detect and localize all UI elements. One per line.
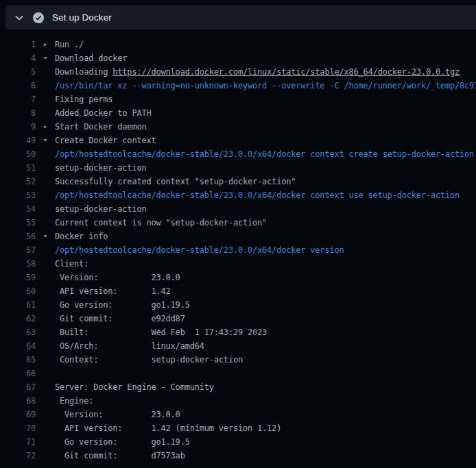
log-line: 51setup-docker-action <box>0 161 476 175</box>
line-number[interactable]: 68 <box>0 394 36 408</box>
log-text: Download docker <box>55 51 127 65</box>
line-number[interactable]: 1 <box>0 38 36 51</box>
line-number[interactable]: 64 <box>0 339 36 353</box>
log-text: Version: 23.0.0 <box>55 408 180 421</box>
line-number[interactable]: 9 <box>0 120 36 134</box>
log-text: API version: 1.42 <box>55 284 171 298</box>
log-line: 64 OS/Arch: linux/amd64 <box>0 339 476 353</box>
arrow-spacer <box>36 65 55 79</box>
chevron-down-icon[interactable]: ▼ <box>36 134 55 147</box>
line-number[interactable]: 72 <box>0 449 36 463</box>
chevron-down-icon[interactable]: ▼ <box>36 51 55 65</box>
line-number[interactable]: 6 <box>0 79 36 93</box>
arrow-spacer <box>36 147 55 161</box>
arrow-spacer <box>36 188 55 202</box>
chevron-down-icon[interactable]: ▼ <box>36 230 55 243</box>
line-number[interactable]: 69 <box>0 408 36 421</box>
log-line: 67Server: Docker Engine - Community <box>0 380 476 394</box>
log-line[interactable]: 49▼Create Docker context <box>0 134 476 147</box>
log-text: Start Docker daemon <box>55 120 146 134</box>
line-number[interactable]: 63 <box>0 325 36 339</box>
line-number[interactable]: 58 <box>0 257 36 271</box>
log-line: 69 Version: 23.0.0 <box>0 408 476 421</box>
log-line: 57/opt/hostedtoolcache/docker-stable/23.… <box>0 243 476 257</box>
log-text: Downloading <box>55 65 112 79</box>
log-text: /opt/hostedtoolcache/docker-stable/23.0.… <box>55 243 344 257</box>
log-line: 52Successfully created context "setup-do… <box>0 175 476 188</box>
line-number[interactable]: 53 <box>0 188 36 202</box>
log-line: 63 Built: Wed Feb 1 17:43:29 2023 <box>0 325 476 339</box>
line-number[interactable]: 55 <box>0 216 36 230</box>
line-number[interactable]: 52 <box>0 175 36 188</box>
line-number[interactable]: 56 <box>0 230 36 243</box>
line-number[interactable]: 62 <box>0 312 36 325</box>
log-link[interactable]: https://download.docker.com/linux/static… <box>112 65 460 79</box>
line-number[interactable]: 70 <box>0 421 36 435</box>
check-circle-icon <box>33 12 44 23</box>
arrow-spacer <box>36 367 55 380</box>
line-number[interactable]: 65 <box>0 353 36 367</box>
line-number[interactable]: 57 <box>0 243 36 257</box>
step-title: Set up Docker <box>52 12 112 23</box>
log-line: 65 Context: setup-docker-action <box>0 353 476 367</box>
arrow-spacer <box>36 161 55 175</box>
line-number[interactable]: 4 <box>0 51 36 65</box>
chevron-down-icon[interactable] <box>14 12 25 23</box>
log-line[interactable]: 1▶Run ./ <box>0 38 476 51</box>
log-line: 55Current context is now "setup-docker-a… <box>0 216 476 230</box>
arrow-spacer <box>36 312 55 325</box>
line-number[interactable]: 50 <box>0 147 36 161</box>
log-line: 53/opt/hostedtoolcache/docker-stable/23.… <box>0 188 476 202</box>
log-line[interactable]: 56▼Docker info <box>0 230 476 243</box>
arrow-spacer <box>36 271 55 284</box>
line-number[interactable]: 61 <box>0 298 36 312</box>
log-line: 71 Go version: go1.19.5 <box>0 435 476 449</box>
line-number[interactable]: 71 <box>0 435 36 449</box>
log-text: Git commit: e92dd87 <box>55 312 185 325</box>
log-line: 59 Version: 23.0.0 <box>0 271 476 284</box>
arrow-spacer <box>36 257 55 271</box>
log-text: Server: Docker Engine - Community <box>55 380 214 394</box>
line-number[interactable]: 51 <box>0 161 36 175</box>
log-text: Context: setup-docker-action <box>55 353 243 367</box>
arrow-spacer <box>36 339 55 353</box>
line-number[interactable]: 67 <box>0 380 36 394</box>
log-line: 50/opt/hostedtoolcache/docker-stable/23.… <box>0 147 476 161</box>
log-line: 70 API version: 1.42 (minimum version 1.… <box>0 421 476 435</box>
line-number[interactable]: 59 <box>0 271 36 284</box>
log-text: Docker info <box>55 230 108 243</box>
log-text: Current context is now "setup-docker-act… <box>55 216 267 230</box>
log-text: Fixing perms <box>55 93 112 106</box>
line-number[interactable]: 7 <box>0 93 36 106</box>
line-number[interactable]: 49 <box>0 134 36 147</box>
chevron-right-icon[interactable]: ▶ <box>36 120 55 134</box>
step-header[interactable]: Set up Docker <box>5 5 476 29</box>
chevron-right-icon[interactable]: ▶ <box>36 38 55 51</box>
log-line: 5Downloading https://download.docker.com… <box>0 65 476 79</box>
log-text: Go version: go1.19.5 <box>55 435 190 449</box>
line-number[interactable]: 5 <box>0 65 36 79</box>
arrow-spacer <box>36 298 55 312</box>
arrow-spacer <box>36 106 55 120</box>
log-line: 8Added Docker to PATH <box>0 106 476 120</box>
arrow-spacer <box>36 284 55 298</box>
log-line: 6/usr/bin/tar xz --warning=no-unknown-ke… <box>0 79 476 93</box>
line-number[interactable]: 8 <box>0 106 36 120</box>
log-text: Git commit: d7573ab <box>55 449 185 463</box>
arrow-spacer <box>36 93 55 106</box>
line-number[interactable]: 60 <box>0 284 36 298</box>
log-line[interactable]: 4▼Download docker <box>0 51 476 65</box>
log-line: 58Client: <box>0 257 476 271</box>
line-number[interactable]: 54 <box>0 202 36 216</box>
log-text: Engine: <box>55 394 93 408</box>
log-line: 54setup-docker-action <box>0 202 476 216</box>
arrow-spacer <box>36 243 55 257</box>
arrow-spacer <box>36 175 55 188</box>
log-text: Added Docker to PATH <box>55 106 152 120</box>
log-text: Successfully created context "setup-dock… <box>55 175 296 188</box>
log-line[interactable]: 9▶Start Docker daemon <box>0 120 476 134</box>
arrow-spacer <box>36 216 55 230</box>
line-number[interactable]: 66 <box>0 367 36 380</box>
log-line: 62 Git commit: e92dd87 <box>0 312 476 325</box>
arrow-spacer <box>36 353 55 367</box>
